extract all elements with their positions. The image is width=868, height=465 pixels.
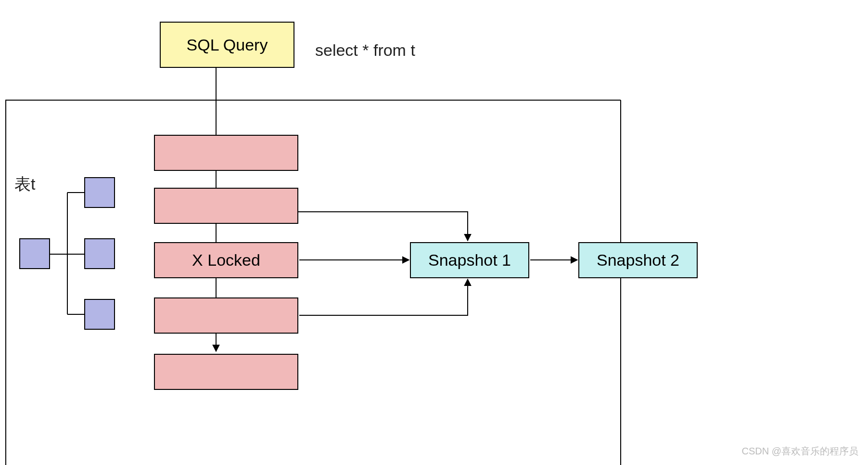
snapshot-1-box: Snapshot 1 <box>410 242 529 278</box>
row-1 <box>154 135 298 171</box>
table-child-node-1 <box>84 177 115 208</box>
row-2 <box>154 188 298 224</box>
sql-query-box-label: SQL Query <box>187 36 268 54</box>
connectors-svg <box>0 0 868 465</box>
watermark-text: CSDN @喜欢音乐的程序员 <box>741 445 858 458</box>
table-t-label: 表t <box>14 173 35 195</box>
row-x-locked-label: X Locked <box>192 251 260 270</box>
row-x-locked: X Locked <box>154 242 298 278</box>
snapshot-1-label: Snapshot 1 <box>428 251 511 270</box>
sql-query-text: select * from t <box>315 41 415 60</box>
table-root-node <box>19 238 50 269</box>
snapshot-2-box: Snapshot 2 <box>578 242 698 278</box>
table-child-node-2 <box>84 238 115 269</box>
snapshot-2-label: Snapshot 2 <box>597 251 679 270</box>
row-4 <box>154 297 298 334</box>
row-5 <box>154 354 298 390</box>
sql-query-box: SQL Query <box>160 22 294 68</box>
table-child-node-3 <box>84 299 115 330</box>
